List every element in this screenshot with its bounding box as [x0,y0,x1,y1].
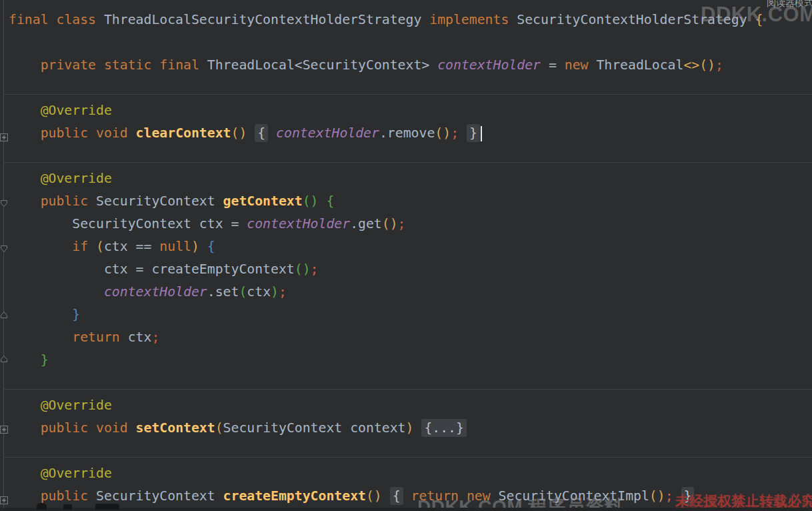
code-token-sc: ; [398,216,406,231]
code-token-id: ctx [104,239,136,254]
code-token-id [403,488,411,504]
code-line: if (ctx == null) { [9,235,812,258]
code-token-b1: <>() [683,57,715,73]
code-line: ctx = createEmptyContext(); [9,258,812,281]
fold-marker-collapsed[interactable] [0,129,8,137]
code-token-id [319,193,327,209]
code-token-mname: setContext [136,420,215,436]
method-separator [3,162,812,163]
code-token-b2: ) [271,284,279,300]
code-token-id [128,125,136,141]
code-line [9,31,812,54]
code-token-b1: () [649,488,665,504]
fold-marker-open-top[interactable] [0,195,8,203]
code-token-b2: () [295,262,311,277]
code-token-b1: ) [406,420,414,436]
code-token-id [9,352,41,368]
code-token-id [88,125,96,141]
code-token-id [9,330,72,345]
code-token-id [9,193,41,209]
code-token-field: contextHolder [104,284,207,300]
code-token-id: ctx [120,330,152,345]
code-token-sc: ; [451,125,459,141]
code-token-chip: {...} [421,419,467,437]
code-token-id [541,57,549,73]
code-token-kw: return [411,488,459,504]
code-token-ann: @Override [41,103,112,118]
code-token-id [9,171,41,186]
gutter-divider [3,0,4,511]
code-token-kw: implements [429,12,509,27]
code-token-id [88,420,96,436]
code-token-id: SecurityContext [88,488,223,504]
code-token-b1: () [366,488,382,504]
code-token-op: = [136,262,152,277]
code-token-op: == [136,239,160,254]
code-token-kw: public [41,488,88,504]
code-token-b3: } [72,307,80,322]
code-token-ann: @Override [41,398,112,413]
code-token-b2: () [303,193,319,209]
code-token-b3: { [207,239,215,254]
code-token-b2: ( [239,284,247,300]
code-line: @Override [9,99,812,122]
code-token-id [9,103,41,118]
code-token-id [413,420,421,436]
code-token-id [459,488,467,504]
code-token-kw: public [41,193,88,209]
code-token-kw: new [467,488,491,504]
code-token-kw: final [9,12,49,27]
code-token-id [9,239,72,254]
clipped-glyph-artifact [37,503,47,510]
code-token-mname: clearContext [136,125,231,141]
code-line: return ctx; [9,326,812,349]
code-token-id [673,488,681,504]
code-line: public void setContext(SecurityContext c… [9,417,812,440]
code-token-field: contextHolder [276,125,379,141]
method-separator [3,389,812,390]
code-line: final class ThreadLocalSecurityContextHo… [9,9,812,31]
code-token-id: SecurityContext ctx [9,216,231,231]
code-token-kw: if [72,239,88,254]
code-line [9,440,812,462]
code-token-id: ThreadLocal [588,57,683,73]
code-token-chip: } [681,487,695,505]
code-token-id: .get [350,216,382,231]
code-token-kw: void [96,420,128,436]
code-token-field: contextHolder [437,57,541,73]
code-token-id: SecurityContext context [223,420,406,436]
code-token-kw: public [41,420,88,436]
code-line: SecurityContext ctx = contextHolder.get(… [9,213,812,235]
code-token-field: contextHolder [247,216,350,231]
code-line [9,145,812,167]
clipped-glyph-artifact [63,504,72,510]
code-token-id [199,239,207,254]
code-token-id: ThreadLocal<SecurityContext> [199,57,437,73]
code-token-id [247,125,255,141]
code-token-id [96,57,104,73]
code-line: private static final ThreadLocal<Securit… [9,54,812,77]
code-token-kw: null [159,239,191,254]
fold-marker-open-bottom[interactable] [0,351,8,359]
fold-marker-open-top[interactable] [0,241,8,249]
code-token-op: = [549,57,565,73]
code-token-mname: getContext [223,193,303,209]
code-token-id [151,57,159,73]
fold-marker-open-bottom[interactable] [0,307,8,315]
code-token-id [9,307,72,322]
code-line: public SecurityContext getContext() { [9,190,812,213]
code-token-chip: } [467,124,480,142]
fold-marker-collapsed[interactable] [0,492,8,500]
code-token-id: SecurityContext [88,193,223,209]
code-token-op: = [231,216,247,231]
fold-marker-collapsed[interactable] [0,422,8,430]
code-line: public void clearContext() { contextHold… [9,122,812,145]
code-token-sc: ; [715,57,723,73]
code-line: public SecurityContext createEmptyContex… [9,485,812,508]
code-token-id [9,284,104,300]
code-token-b1: () [231,125,247,141]
method-separator [3,94,812,95]
text-caret [481,126,482,141]
editor-surface[interactable]: final class ThreadLocalSecurityContextHo… [0,0,812,511]
code-token-kw: void [96,125,128,141]
